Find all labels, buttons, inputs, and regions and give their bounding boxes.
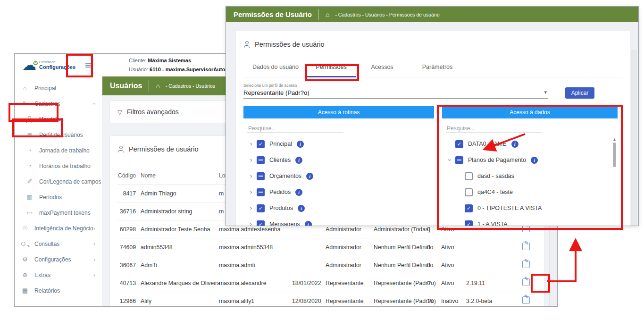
checkbox-unchecked[interactable] — [465, 188, 473, 196]
checkbox-indeterminate[interactable] — [455, 156, 463, 164]
edit-row-button[interactable] — [522, 278, 530, 286]
data-search-input[interactable] — [446, 124, 542, 133]
tab-acessos[interactable]: Acessos — [356, 57, 409, 77]
routines-tree: ›Principali›Clientesi›Orçamentosi›Pedido… — [245, 136, 434, 226]
cell-perfil: Nenhum Perfil Definido — [374, 244, 427, 251]
checkbox-checked[interactable] — [465, 204, 473, 212]
edit-row-button[interactable] — [522, 243, 530, 250]
tree-chevron-icon[interactable]: › — [248, 221, 254, 226]
cell-nome: AdmTi — [141, 262, 219, 269]
tree-item-label: Orçamentos — [269, 173, 301, 179]
sidebar-item-label: maxPayment tokens — [39, 210, 91, 216]
sidebar-item-maxpayment-tokens[interactable]: ▭maxPayment tokens — [15, 205, 102, 220]
tree-item: qa4C4 - teste — [444, 184, 618, 200]
info-icon[interactable]: i — [298, 205, 305, 212]
sidebar-item-consultas[interactable]: Consultas› — [15, 236, 102, 252]
sidebar-item-cadastros[interactable]: ✎Cadastros› — [15, 96, 102, 111]
tab-parametros[interactable]: Parâmetros — [409, 57, 466, 77]
tab-dados-do-usuario[interactable]: Dados do usuário — [244, 57, 307, 77]
tree-chevron-icon[interactable]: › — [248, 173, 254, 179]
info-icon[interactable]: i — [305, 221, 312, 227]
cell-nome: Administrador Teste Senha — [141, 226, 219, 233]
tree-item-label: qa4C4 - teste — [477, 189, 513, 195]
info-icon[interactable]: i — [295, 157, 302, 164]
table-row: 36067AdmTimaxima.admtiAdministradorNenhu… — [117, 256, 539, 274]
panel-scrollbar[interactable]: ▲ — [612, 137, 617, 222]
tree-item-label: dasd - sasdas — [477, 173, 514, 179]
tree-item-label: Planos de Pagamento — [468, 157, 526, 163]
edit-row-button[interactable] — [522, 296, 530, 304]
sidebar-item-periodos[interactable]: ▦Períodos — [15, 189, 102, 205]
person-icon — [117, 146, 124, 152]
checkbox-checked[interactable] — [257, 204, 265, 212]
sidebar-item-configuracoes[interactable]: ⚙Configurações› — [15, 252, 102, 267]
tab-bar: Dados do usuárioPermissõesAcessosParâmet… — [243, 57, 622, 77]
sidebar-item-label: Inteligência de Negócio — [34, 225, 93, 232]
sidebar-item-label: Configurações — [34, 256, 71, 263]
cell-versao: 3.2.0-beta — [466, 298, 504, 304]
permissions-title: Permissões de Usuário — [226, 10, 312, 18]
cell-num: 0 — [427, 262, 441, 269]
info-icon[interactable]: i — [531, 157, 538, 164]
info-icon[interactable]: i — [297, 141, 304, 148]
checkbox-indeterminate[interactable] — [257, 156, 265, 164]
cell-num: 10 — [427, 298, 441, 304]
checkbox-checked[interactable] — [257, 220, 265, 227]
cell-tipo: Administrador — [326, 244, 374, 251]
cell-status: Ativo — [441, 244, 466, 251]
cell-num: 0 — [427, 280, 441, 286]
sidebar-item-relatorios[interactable]: ▤Relatórios — [15, 283, 102, 298]
printer-icon: ▤ — [21, 287, 29, 294]
sidebar-item-inteligencia-de-negocio[interactable]: ☉Inteligência de Negócio› — [15, 220, 102, 236]
checkbox-indeterminate[interactable] — [257, 172, 265, 180]
data-panel-title: Acesso à dados — [442, 106, 618, 118]
checkbox-checked[interactable] — [455, 140, 463, 148]
profile-select[interactable]: Selecione um perfil de acesso Representa… — [243, 83, 548, 99]
tab-permissoes[interactable]: Permissões — [307, 57, 356, 77]
scrollbar-thumb[interactable] — [613, 143, 616, 167]
scroll-up-icon[interactable]: ▲ — [612, 137, 617, 142]
sidebar-item-usuarios[interactable]: Usuários — [15, 111, 102, 127]
sidebar-item-horarios-de-trabalho[interactable]: ◔Horários de trabalho — [15, 158, 102, 174]
checkbox-checked[interactable] — [257, 140, 265, 148]
overlay-scrollbar[interactable] — [631, 50, 637, 226]
person-icon — [243, 41, 250, 48]
info-icon[interactable]: i — [295, 189, 302, 196]
tree-chevron-icon[interactable]: › — [248, 205, 254, 211]
tree-chevron-icon[interactable]: › — [248, 141, 254, 147]
sidebar-item-label: Relatórios — [34, 287, 60, 294]
logo-line2: Configurações — [39, 64, 75, 70]
permissions-header-bar: Permissões de Usuário ⌂ - Cadastros - Us… — [226, 7, 638, 22]
checkbox-indeterminate[interactable] — [257, 188, 265, 196]
menu-toggle-button[interactable]: ≡ — [82, 60, 94, 70]
app-logo: ☁⚙ Central de Configurações ≡ — [15, 58, 117, 72]
sidebar-item-principal[interactable]: ⌂Principal — [15, 80, 102, 96]
sidebar-item-cor-legenda-de-campos[interactable]: ✐Cor/Legenda de campos — [15, 174, 102, 189]
chevron-right-icon: › — [93, 241, 95, 247]
info-icon[interactable]: i — [306, 173, 313, 180]
tree-chevron-icon[interactable]: › — [248, 157, 254, 163]
checkbox-checked[interactable] — [465, 220, 473, 227]
column-header: Código — [117, 172, 141, 179]
info-icon[interactable]: i — [511, 141, 519, 148]
sidebar-item-label: Períodos — [39, 194, 62, 201]
tree-item-label: Pedidos — [269, 189, 291, 195]
sidebar-item-label: Cadastros — [34, 101, 60, 107]
routines-panel-title: Acesso à rotinas — [243, 106, 434, 118]
sidebar-item-extras[interactable]: ⊕Extras› — [15, 267, 102, 283]
sidebar-item-perfil-de-usuarios[interactable]: ≣Perfil de usuários — [15, 127, 102, 143]
cell-status: Ativo — [441, 262, 466, 269]
data-panel: Acesso à dados ›DATA0_NAMEi›Planos de Pa… — [442, 106, 618, 226]
checkbox-unchecked[interactable] — [465, 172, 473, 180]
cell-login: maxima.alexandre — [219, 280, 292, 286]
apply-button[interactable]: Aplicar — [565, 87, 594, 99]
routines-search-input[interactable] — [247, 124, 343, 133]
tree-chevron-icon[interactable]: › — [446, 157, 453, 163]
cell-perfil: Administrador (Todas) — [374, 226, 427, 233]
table-row: 40713Alexandre Marques de Oliveiramaxima… — [117, 274, 539, 292]
edit-row-button[interactable] — [522, 261, 530, 268]
tree-chevron-icon[interactable]: › — [248, 189, 254, 195]
sidebar-item-jornada-de-trabalho[interactable]: ◔Jornada de trabalho — [15, 143, 102, 158]
cell-codigo: 74609 — [117, 244, 141, 251]
home-icon: ⌂ — [156, 82, 159, 90]
